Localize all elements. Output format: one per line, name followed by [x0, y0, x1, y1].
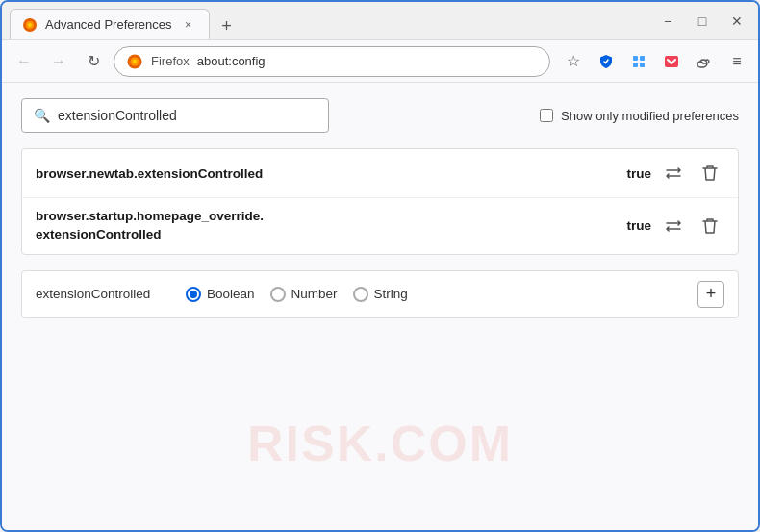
add-preference-button[interactable]: +	[697, 281, 724, 308]
tab-area: Advanced Preferences × +	[10, 2, 654, 39]
tracking-protection-icon[interactable]	[593, 48, 620, 75]
firefox-logo-icon	[126, 53, 143, 70]
cloud-sync-icon	[697, 54, 712, 69]
radio-number-label: Number	[291, 287, 338, 301]
radio-string-label: String	[374, 287, 408, 301]
svg-point-5	[133, 59, 138, 63]
radio-boolean-circle	[186, 287, 201, 302]
tab-close-button[interactable]: ×	[180, 16, 197, 34]
row-actions-2	[659, 212, 724, 241]
back-button[interactable]: ←	[10, 47, 38, 76]
nav-bar: ← → ↻ Firefox about:config ☆	[2, 40, 758, 83]
browser-window: Advanced Preferences × + − □ ✕ ← → ↻ Fir…	[0, 0, 760, 532]
radio-string-circle	[353, 287, 368, 302]
extension-icon[interactable]	[625, 48, 652, 75]
svg-point-2	[28, 23, 32, 27]
forward-button[interactable]: →	[44, 47, 73, 76]
radio-string[interactable]: String	[353, 287, 408, 302]
active-tab[interactable]: Advanced Preferences ×	[10, 9, 210, 39]
pref-name-1: browser.newtab.extensionControlled	[36, 166, 611, 181]
type-radio-group: Boolean Number String	[186, 287, 682, 302]
pref-value-2: true	[619, 218, 651, 233]
pref-value-1: true	[619, 166, 651, 181]
radio-number-circle	[270, 287, 286, 302]
new-pref-row: extensionControlled Boolean Number Strin…	[21, 270, 739, 318]
sync-icon[interactable]	[691, 48, 718, 75]
address-text: about:config	[197, 54, 266, 68]
watermark: RISK.COM	[247, 415, 513, 472]
search-area: 🔍 Show only modified preferences	[21, 98, 739, 133]
tab-favicon-icon	[22, 17, 38, 33]
table-row: browser.newtab.extensionControlled true	[22, 149, 738, 198]
main-content: 🔍 Show only modified preferences browser…	[2, 83, 758, 530]
maximize-button[interactable]: □	[689, 8, 716, 35]
results-table: browser.newtab.extensionControlled true	[21, 148, 739, 255]
radio-number[interactable]: Number	[270, 287, 338, 302]
search-magnifier-icon: 🔍	[34, 108, 50, 123]
window-controls: − □ ✕	[654, 8, 750, 35]
nav-icons: ☆	[560, 48, 750, 75]
svg-rect-6	[633, 56, 638, 61]
search-input[interactable]	[58, 108, 317, 123]
row-actions-1	[659, 159, 724, 188]
browser-name-label: Firefox	[151, 54, 190, 68]
pref-name-2: browser.startup.homepage_override. exten…	[36, 208, 611, 244]
new-pref-name-label: extensionControlled	[36, 287, 170, 301]
pocket-save-icon	[664, 54, 679, 69]
table-row: browser.startup.homepage_override. exten…	[22, 198, 738, 254]
pocket-icon[interactable]	[658, 48, 685, 75]
radio-boolean-label: Boolean	[207, 287, 255, 301]
radio-boolean[interactable]: Boolean	[186, 287, 255, 302]
bookmark-star-icon[interactable]: ☆	[560, 48, 587, 75]
svg-rect-10	[665, 56, 678, 67]
toggle-button-2[interactable]	[659, 212, 688, 241]
hamburger-menu-icon[interactable]: ≡	[723, 48, 750, 75]
puzzle-icon	[631, 54, 646, 69]
delete-button-2[interactable]	[696, 212, 724, 241]
show-modified-label[interactable]: Show only modified preferences	[561, 109, 739, 123]
svg-rect-9	[640, 63, 645, 67]
search-box[interactable]: 🔍	[21, 98, 329, 133]
svg-rect-8	[633, 63, 638, 67]
new-tab-button[interactable]: +	[214, 13, 241, 39]
show-modified-checkbox-area: Show only modified preferences	[540, 109, 739, 123]
toggle-button-1[interactable]	[659, 159, 688, 188]
close-button[interactable]: ✕	[723, 8, 750, 35]
show-modified-checkbox[interactable]	[540, 109, 553, 122]
minimize-button[interactable]: −	[654, 8, 681, 35]
title-bar: Advanced Preferences × + − □ ✕	[2, 2, 758, 40]
shield-icon	[598, 54, 614, 69]
tab-title: Advanced Preferences	[45, 17, 172, 32]
reload-button[interactable]: ↻	[79, 47, 108, 76]
delete-button-1[interactable]	[696, 159, 724, 188]
address-bar[interactable]: Firefox about:config	[114, 46, 550, 77]
svg-rect-7	[640, 56, 645, 61]
